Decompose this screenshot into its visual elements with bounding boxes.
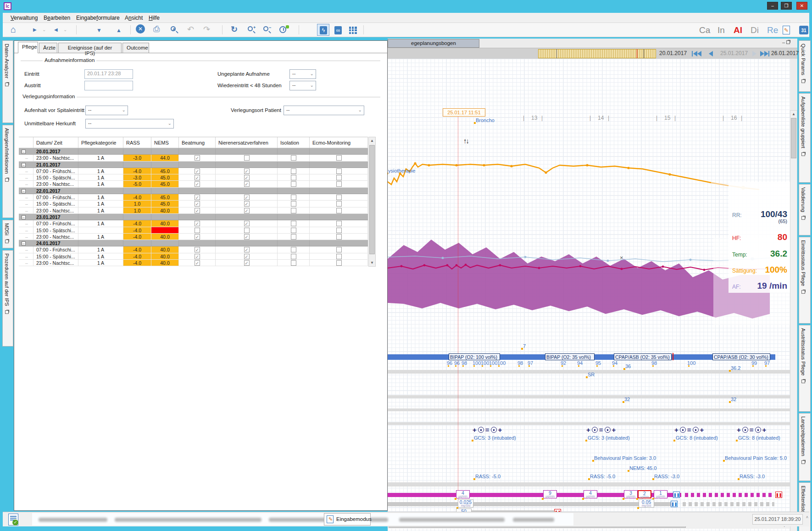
eingabemodus-button[interactable]: Eingabemodus — [324, 513, 371, 525]
aufenthalt-select[interactable]: --⌄ — [85, 106, 128, 115]
zoom-remove-icon[interactable]: − — [263, 26, 268, 31]
sidebar-right-quick-params[interactable]: Quick Params — [799, 40, 811, 92]
toolbar-label-di[interactable]: Di — [751, 25, 759, 35]
view-linked-toggle[interactable]: ∞ — [332, 24, 344, 36]
column-header-Isolation[interactable]: Isolation — [278, 137, 310, 148]
step-forward-icon[interactable] — [752, 51, 756, 56]
beatmung-checkbox[interactable]: ✓ — [195, 254, 200, 259]
menu-item-ansicht[interactable]: Ansicht — [125, 15, 143, 21]
nieren-checkbox[interactable] — [244, 155, 250, 161]
nieren-checkbox[interactable]: ✓ — [244, 201, 250, 207]
verlegungsort-select[interactable]: --⌄ — [284, 106, 364, 115]
chart-vertical-scrollbar[interactable]: ▲ ▼ — [790, 110, 797, 531]
menu-item-bearbeiten[interactable]: Bearbeiten — [44, 15, 70, 21]
step-back-icon[interactable] — [709, 51, 713, 56]
column-header-Datum/ Zeit[interactable]: Datum/ Zeit — [33, 137, 78, 148]
panel-window-controls[interactable]: – — [782, 39, 790, 45]
tree-collapse-icon[interactable]: – — [22, 150, 26, 154]
table-group-row[interactable]: –21.01.2017 — [19, 162, 368, 168]
nieren-checkbox[interactable] — [244, 228, 250, 233]
isolation-checkbox[interactable] — [291, 175, 296, 180]
isolation-checkbox[interactable] — [291, 155, 296, 161]
back-icon[interactable]: ◀ — [54, 27, 58, 32]
isolation-checkbox[interactable] — [291, 228, 296, 233]
sidebar-left-daten-analyzer[interactable]: Daten-Analyzer — [2, 40, 13, 123]
column-header-Nierenersatzverfahren[interactable]: Nierenersatzverfahren — [216, 137, 278, 148]
wiedereintritt-select[interactable]: --⌄ — [289, 81, 316, 90]
chevron-down-icon[interactable]: ⌄ — [63, 27, 67, 32]
sidebar-right-eintrittsstatus-pflege[interactable]: Eintrittsstatus Pflege — [799, 237, 811, 324]
view-flowsheet-toggle[interactable]: ϟ — [317, 24, 329, 36]
isolation-checkbox[interactable] — [291, 208, 296, 213]
eintritt-input[interactable]: 20.01.17 23:28 — [84, 69, 133, 79]
herkunft-select[interactable]: --⌄ — [85, 119, 174, 129]
sidebar-right-langzeitpatienten[interactable]: Langzeitpatienten — [799, 413, 811, 481]
isolation-checkbox[interactable] — [291, 181, 296, 187]
ecmo-checkbox[interactable] — [336, 234, 342, 240]
table-row[interactable]: –15:00 - Spätschi...1 A-3.045.0✓✓ — [19, 174, 368, 181]
time-cursor-label[interactable]: 25.01.17 11:51 — [443, 108, 485, 117]
sidebar-left-mdsi[interactable]: MDSi — [2, 220, 13, 248]
ecmo-checkbox[interactable] — [336, 260, 342, 266]
isolation-checkbox[interactable] — [291, 195, 296, 200]
medication-infusion-bar-2[interactable] — [388, 502, 677, 506]
column-header-Beatmung[interactable]: Beatmung — [179, 137, 216, 148]
cancel-icon[interactable]: ✕ — [136, 24, 145, 34]
nieren-checkbox[interactable]: ✓ — [244, 234, 250, 240]
nieren-checkbox[interactable]: ✓ — [244, 254, 250, 259]
minimize-button[interactable]: – — [767, 2, 778, 10]
table-row[interactable]: –15:00 - Spätschi...-4.0 — [19, 227, 368, 234]
print-icon[interactable]: ⎙ — [153, 24, 160, 34]
isolation-checkbox[interactable] — [291, 260, 296, 266]
ecmo-checkbox[interactable] — [336, 221, 342, 226]
nieren-checkbox[interactable]: ✓ — [244, 221, 250, 226]
ecmo-checkbox[interactable] — [336, 247, 342, 252]
ecmo-checkbox[interactable] — [336, 201, 342, 207]
toolbar-label-re[interactable]: Re — [767, 25, 778, 35]
beatmung-checkbox[interactable]: ✓ — [195, 175, 200, 180]
ecmo-checkbox[interactable] — [336, 175, 342, 180]
nieren-checkbox[interactable]: ✓ — [244, 175, 250, 180]
clock-icon[interactable] — [279, 26, 286, 33]
beatmung-checkbox[interactable] — [195, 228, 200, 233]
skip-start-icon[interactable] — [692, 51, 693, 56]
isolation-checkbox[interactable] — [291, 168, 296, 174]
table-group-row[interactable]: –20.01.2017 — [19, 148, 368, 155]
beatmung-checkbox[interactable]: ✓ — [195, 155, 200, 161]
nieren-checkbox[interactable]: ✓ — [244, 247, 250, 252]
timeline-bar[interactable]: 20.01.2017 25.01.2017 26.01.2017 — [388, 48, 797, 59]
tree-collapse-icon[interactable]: – — [22, 215, 26, 219]
tab-ereignisse-auf-der-ips-[interactable]: Ereignisse (auf der IPS) — [58, 43, 122, 53]
ecmo-checkbox[interactable] — [336, 155, 342, 161]
nieren-checkbox[interactable]: ✓ — [244, 208, 250, 213]
table-row[interactable]: –07:00 - Frühschi...1 A-4.045.0✓✓ — [19, 194, 368, 201]
column-header-RASS[interactable]: RASS — [123, 137, 151, 148]
skip-start-icon[interactable] — [697, 51, 701, 56]
beatmung-checkbox[interactable]: ✓ — [195, 221, 200, 226]
beatmung-checkbox[interactable]: ✓ — [195, 181, 200, 187]
menu-item-verwaltung[interactable]: Verwaltung — [11, 15, 38, 21]
chart-canvas[interactable]: × |13||14||15||16| 25.01.17 11:51 ↑↓ Bro… — [388, 59, 790, 531]
chart-tab-pflegeplanungsbogen[interactable]: egeplanungsbogen — [388, 39, 479, 48]
beatmung-checkbox[interactable]: ✓ — [195, 168, 200, 174]
table-row[interactable]: –07:00 - Frühschi...1 A-4.040.0✓✓ — [19, 246, 368, 253]
tree-collapse-icon[interactable]: – — [22, 163, 26, 167]
beatmung-checkbox[interactable]: ✓ — [195, 260, 200, 266]
beatmung-checkbox[interactable]: ✓ — [195, 247, 200, 252]
table-group-row[interactable]: –23.01.2017 — [19, 214, 368, 220]
isolation-checkbox[interactable] — [291, 234, 296, 240]
toolbar-label-in[interactable]: In — [717, 25, 725, 35]
view-grid-toggle[interactable] — [346, 24, 359, 36]
find-icon[interactable]: A — [171, 26, 176, 31]
zoom-add-icon[interactable]: + — [248, 26, 253, 31]
isolation-checkbox[interactable] — [291, 221, 296, 226]
skip-end-icon[interactable] — [764, 51, 768, 56]
column-header-NEMS[interactable]: NEMS — [151, 137, 179, 148]
menu-item-eingabeformulare[interactable]: Eingabeformulare — [76, 15, 120, 21]
nieren-checkbox[interactable]: ✓ — [244, 260, 250, 266]
beatmung-checkbox[interactable]: ✓ — [195, 234, 200, 240]
beatmung-checkbox[interactable]: ✓ — [195, 208, 200, 213]
up-arrow-icon[interactable]: ▲ — [116, 27, 122, 34]
table-row[interactable]: –23:00 - Nachtsc...1 A-3.044.0✓ — [19, 155, 368, 161]
calendar-icon[interactable]: 31 — [799, 26, 808, 34]
